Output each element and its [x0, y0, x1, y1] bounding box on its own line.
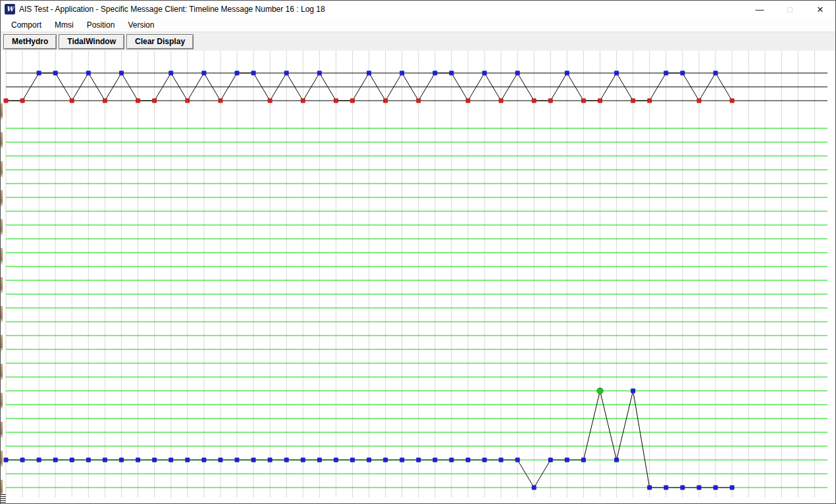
menu-item-mmsi[interactable]: Mmsi — [49, 19, 79, 31]
menu-item-comport[interactable]: Comport — [6, 19, 47, 31]
toolbar: MetHydro TidalWindow Clear Display — [1, 32, 835, 51]
left-edge-artifact — [1, 103, 3, 504]
timeline-chart — [1, 51, 835, 503]
bottom-left-grip-icon — [1, 494, 6, 503]
maximize-icon: □ — [787, 5, 793, 14]
tidalwindow-button[interactable]: TidalWindow — [59, 34, 124, 49]
timeline-chart-area — [1, 51, 835, 503]
app-window: W AIS Test - Application - Specific Mess… — [0, 0, 836, 504]
menu-item-position[interactable]: Position — [82, 19, 120, 31]
titlebar: W AIS Test - Application - Specific Mess… — [1, 1, 835, 18]
minimize-icon: — — [756, 5, 764, 14]
close-button[interactable]: ✕ — [805, 1, 835, 18]
app-icon: W — [5, 4, 15, 14]
menu-item-version[interactable]: Version — [122, 19, 159, 31]
window-controls: — □ ✕ — [745, 1, 835, 18]
maximize-button[interactable]: □ — [775, 1, 805, 18]
window-title: AIS Test - Application - Specific Messag… — [19, 5, 325, 14]
minimize-button[interactable]: — — [745, 1, 775, 18]
close-icon: ✕ — [817, 5, 824, 14]
methydro-button[interactable]: MetHydro — [3, 34, 57, 49]
clear-display-button[interactable]: Clear Display — [126, 34, 194, 49]
menubar: Comport Mmsi Position Version — [1, 18, 835, 32]
